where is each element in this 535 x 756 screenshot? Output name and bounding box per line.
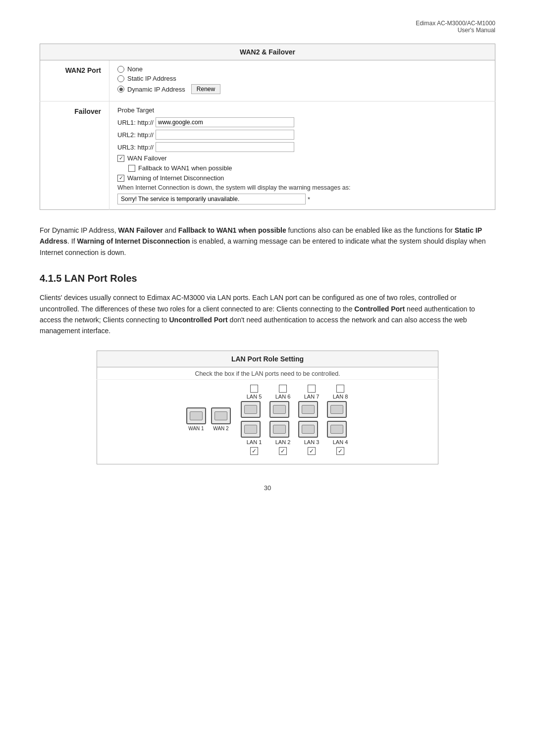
lan6-port-cell [268, 401, 291, 418]
lan1-icon [241, 421, 261, 438]
wan2-radio-group: None Static IP Address Dynamic IP Addres… [117, 65, 487, 94]
url3-input[interactable] [156, 142, 294, 152]
bottom-cb-lan3[interactable]: ✓ [300, 447, 323, 455]
top-cb-lan6[interactable] [271, 385, 295, 393]
top-cb-lan7[interactable] [300, 385, 323, 393]
lan-ports-grid [239, 401, 349, 438]
lan4-bottom-checkbox[interactable]: ✓ [336, 447, 344, 455]
url2-prefix: URL2: http:// [117, 131, 154, 139]
renew-button[interactable]: Renew [191, 84, 220, 94]
lan6-icon [269, 401, 289, 418]
bottom-cb-lan2[interactable]: ✓ [271, 447, 295, 455]
url1-prefix: URL1: http:// [117, 119, 154, 126]
wan2-table-header: WAN2 & Failover [40, 44, 495, 60]
lan7-port-cell [296, 401, 320, 418]
lan3-port-cell [296, 421, 320, 438]
top-cb-lan8[interactable] [328, 385, 352, 393]
header-line1: Edimax AC-M3000/AC-M1000 [40, 20, 495, 27]
wan-failover-row[interactable]: WAN Failover [117, 154, 487, 162]
bold-wan-failover: WAN Failover [118, 226, 162, 234]
warning-disconnection-row[interactable]: Warning of Internet Disconnection [117, 174, 487, 182]
wan1-port: WAN 1 [186, 407, 206, 431]
wan2-port-label: WAN2 Port [40, 60, 109, 101]
failover-fields: Probe Target URL1: http:// URL2: http://… [117, 106, 487, 204]
lan-port-roles-heading: 4.1.5 LAN Port Roles [40, 273, 495, 284]
asterisk-icon: * [308, 196, 310, 203]
lan4-icon [327, 421, 347, 438]
lan-top-labels: LAN 5 LAN 6 LAN 7 LAN 8 [242, 394, 352, 400]
lan5-icon [241, 401, 261, 418]
bottom-cb-lan1[interactable]: ✓ [242, 447, 266, 455]
lan2-icon [269, 421, 289, 438]
failover-content: Probe Target URL1: http:// URL2: http://… [109, 101, 495, 210]
wan2-port-content: None Static IP Address Dynamic IP Addres… [109, 60, 495, 101]
warning-message-row: * [117, 194, 487, 204]
bold-warning-disconnection: Warning of Internet Disconnection [77, 237, 190, 245]
radio-static[interactable]: Static IP Address [117, 75, 487, 82]
radio-none-label: None [127, 65, 143, 73]
fallback-row[interactable]: Fallback to WAN1 when possible [128, 164, 487, 172]
bold-fallback: Fallback to WAN1 when possible [178, 226, 286, 234]
lan8-top-label: LAN 8 [328, 394, 352, 400]
bold-controlled-port: Controlled Port [354, 305, 405, 313]
lan1-bottom-label: LAN 1 [242, 439, 266, 445]
bold-uncontrolled-port: Uncontrolled Port [169, 316, 227, 324]
fallback-checkbox[interactable] [128, 165, 135, 172]
wan2-port-icon [211, 407, 231, 424]
lan-diagram: LAN 5 LAN 6 LAN 7 LAN 8 WAN 1 [97, 380, 438, 464]
lan-top-section: LAN 5 LAN 6 LAN 7 LAN 8 WAN 1 [107, 385, 428, 459]
bottom-checkbox-row: ✓ ✓ ✓ ✓ [242, 447, 352, 455]
warning-message-input[interactable] [117, 194, 306, 204]
radio-dynamic-circle[interactable] [117, 86, 124, 93]
wan2-port: WAN 2 [211, 407, 231, 431]
warning-checkbox[interactable] [117, 175, 124, 182]
dynamic-ip-paragraph: For Dynamic IP Address, WAN Failover and… [40, 225, 495, 258]
body-text-between3: . If [67, 237, 77, 245]
wan1-port-icon [186, 407, 206, 424]
ports-main-row: WAN 1 WAN 2 [186, 401, 349, 438]
lan7-top-checkbox[interactable] [308, 385, 316, 393]
lan7-icon [298, 401, 318, 418]
wan1-label: WAN 1 [188, 426, 204, 431]
url2-input[interactable] [156, 130, 294, 140]
lan2-bottom-checkbox[interactable]: ✓ [279, 447, 287, 455]
wan-failover-label: WAN Failover [127, 154, 167, 162]
radio-static-label: Static IP Address [127, 75, 176, 82]
lan4-bottom-label: LAN 4 [328, 439, 352, 445]
fallback-label: Fallback to WAN1 when possible [138, 164, 232, 172]
url1-row: URL1: http:// [117, 117, 487, 127]
url3-prefix: URL3: http:// [117, 144, 154, 151]
wan-failover-checkbox[interactable] [117, 155, 124, 162]
lan3-bottom-checkbox[interactable]: ✓ [308, 447, 316, 455]
lan5-top-checkbox[interactable] [250, 385, 258, 393]
lan6-top-checkbox[interactable] [279, 385, 287, 393]
wan2-failover-table: WAN2 & Failover WAN2 Port None Static IP… [40, 44, 495, 210]
wan2-label: WAN 2 [213, 426, 228, 431]
radio-none-circle[interactable] [117, 66, 124, 73]
lan-port-table: LAN Port Role Setting Check the box if t… [97, 351, 438, 464]
url3-row: URL3: http:// [117, 142, 487, 152]
body-text-between2: functions also can be enabled like as th… [286, 226, 455, 234]
page-number: 30 [40, 484, 495, 492]
lan5-top-label: LAN 5 [242, 394, 266, 400]
lan1-port-cell [239, 421, 263, 438]
lan5-port-cell [239, 401, 263, 418]
url2-row: URL2: http:// [117, 130, 487, 140]
radio-static-circle[interactable] [117, 75, 124, 82]
radio-dynamic[interactable]: Dynamic IP Address Renew [117, 84, 487, 94]
wan-ports-group: WAN 1 WAN 2 [186, 407, 231, 431]
lan-diagram-cell: LAN 5 LAN 6 LAN 7 LAN 8 WAN 1 [97, 379, 438, 464]
lan2-port-cell [268, 421, 291, 438]
failover-label: Failover [40, 101, 109, 210]
url1-input[interactable] [156, 117, 294, 127]
top-cb-lan5[interactable] [242, 385, 266, 393]
page-header: Edimax AC-M3000/AC-M1000 User's Manual [40, 20, 495, 34]
radio-none[interactable]: None [117, 65, 487, 73]
lan8-top-checkbox[interactable] [336, 385, 344, 393]
lan1-bottom-checkbox[interactable]: ✓ [250, 447, 258, 455]
failover-row: Failover Probe Target URL1: http:// URL2… [40, 101, 495, 210]
lan6-top-label: LAN 6 [271, 394, 295, 400]
bottom-cb-lan4[interactable]: ✓ [328, 447, 352, 455]
radio-dynamic-label: Dynamic IP Address [127, 86, 185, 93]
lan-intro-paragraph: Clients' devices usually connect to Edim… [40, 292, 495, 337]
